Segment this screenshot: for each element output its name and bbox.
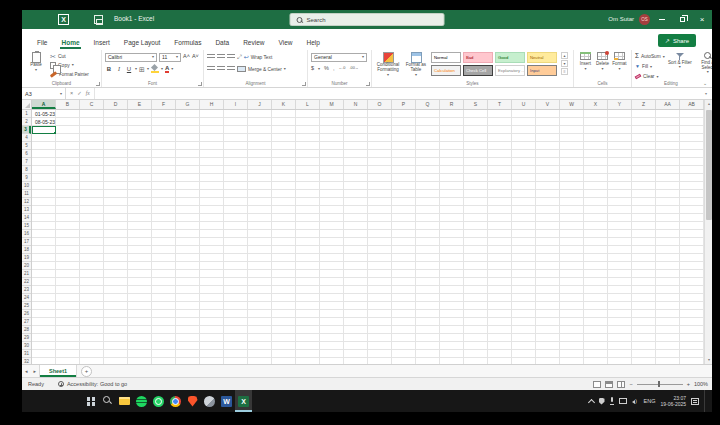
scroll-up-icon[interactable]: ▴	[705, 100, 712, 108]
row-header-13[interactable]: 13	[22, 206, 31, 214]
row-header-26[interactable]: 26	[22, 310, 31, 318]
tab-review[interactable]: Review	[236, 36, 271, 50]
column-header-L[interactable]: L	[296, 100, 320, 109]
page-layout-view-icon[interactable]	[605, 381, 613, 388]
column-header-R[interactable]: R	[440, 100, 464, 109]
tab-page-layout[interactable]: Page Layout	[117, 36, 168, 50]
insert-cells-button[interactable]: Insert ▾	[577, 52, 594, 71]
insert-function-icon[interactable]: fx	[86, 91, 90, 97]
zoom-level[interactable]: 100%	[694, 381, 708, 387]
row-header-12[interactable]: 12	[22, 198, 31, 206]
cell-style-calculation[interactable]: Calculation	[431, 65, 461, 76]
clock[interactable]: 23:07 19-06-2025	[660, 395, 686, 407]
gallery-more-icon[interactable]: ≡	[561, 68, 568, 75]
tab-help[interactable]: Help	[299, 36, 326, 50]
show-desktop-button[interactable]	[704, 390, 706, 412]
row-header-18[interactable]: 18	[22, 246, 31, 254]
zoom-out-icon[interactable]: −	[629, 381, 632, 387]
row-header-1[interactable]: 1	[22, 110, 31, 118]
column-header-D[interactable]: D	[104, 100, 128, 109]
scroll-down-icon[interactable]: ▾	[705, 356, 712, 364]
user-name[interactable]: Om Sutar	[608, 16, 634, 22]
decrease-decimal-icon[interactable]: .00→	[349, 67, 358, 71]
find-select-button[interactable]: Find & Select ▾	[695, 52, 712, 81]
fill-button[interactable]: ▼ Fill ▾	[635, 62, 665, 71]
grow-font-icon[interactable]: A˄	[183, 54, 190, 60]
column-header-M[interactable]: M	[320, 100, 344, 109]
vertical-scrollbar[interactable]: ▴ ▾	[704, 100, 712, 364]
volume-tray-icon[interactable]	[632, 398, 639, 405]
cancel-entry-icon[interactable]: ×	[70, 91, 73, 97]
row-header-6[interactable]: 6	[22, 150, 31, 158]
fill-color-icon[interactable]	[151, 65, 159, 73]
row-header-4[interactable]: 4	[22, 134, 31, 142]
wrap-text-icon[interactable]: ↩	[244, 54, 249, 60]
language-indicator[interactable]: ENG	[644, 398, 656, 404]
cell-style-explanatory-[interactable]: Explanatory ...	[495, 65, 525, 76]
restore-button[interactable]	[672, 10, 692, 29]
align-right-icon[interactable]	[227, 66, 235, 72]
paste-button[interactable]: Paste ▾	[25, 52, 47, 78]
conditional-formatting-button[interactable]: Conditional Formatting ▾	[375, 52, 401, 77]
tab-insert[interactable]: Insert	[87, 36, 117, 50]
row-header-16[interactable]: 16	[22, 230, 31, 238]
add-sheet-button[interactable]: +	[81, 366, 92, 377]
sheet-tab-sheet1[interactable]: Sheet1	[39, 365, 77, 377]
align-top-icon[interactable]	[207, 54, 215, 60]
cut-button[interactable]: ✂ Cut	[50, 52, 89, 60]
row-header-22[interactable]: 22	[22, 278, 31, 286]
minimize-button[interactable]	[652, 10, 672, 29]
row-header-21[interactable]: 21	[22, 270, 31, 278]
zoom-slider[interactable]	[637, 384, 683, 385]
security-tray-icon[interactable]	[599, 398, 605, 405]
number-format-select[interactable]: General ▾	[311, 53, 367, 62]
font-family-select[interactable]: Calibri ▾	[105, 53, 157, 62]
comma-style-icon[interactable]: ,	[333, 66, 335, 72]
spotify-icon[interactable]	[133, 390, 150, 412]
row-header-17[interactable]: 17	[22, 238, 31, 246]
column-header-N[interactable]: N	[344, 100, 368, 109]
font-size-select[interactable]: 11 ▾	[159, 53, 181, 62]
column-header-E[interactable]: E	[128, 100, 152, 109]
row-header-25[interactable]: 25	[22, 302, 31, 310]
column-header-Z[interactable]: Z	[632, 100, 656, 109]
cell-style-neutral[interactable]: Neutral	[527, 52, 557, 63]
row-header-24[interactable]: 24	[22, 294, 31, 302]
align-middle-icon[interactable]	[217, 54, 225, 60]
align-center-icon[interactable]	[217, 66, 225, 72]
zoom-slider-thumb[interactable]	[658, 381, 661, 387]
row-header-27[interactable]: 27	[22, 318, 31, 326]
cell-style-check-cell[interactable]: Check Cell	[463, 65, 493, 76]
whatsapp-icon[interactable]	[150, 390, 167, 412]
column-header-V[interactable]: V	[536, 100, 560, 109]
search-box[interactable]: Search	[290, 13, 445, 26]
font-color-dropdown-icon[interactable]: ▾	[171, 67, 173, 71]
clear-button[interactable]: Clear ▾	[635, 72, 665, 81]
format-cells-button[interactable]: Format ▾	[611, 52, 628, 71]
column-header-Q[interactable]: Q	[416, 100, 440, 109]
page-break-view-icon[interactable]	[617, 381, 625, 388]
orientation-icon[interactable]: ⤢	[237, 54, 242, 60]
align-bottom-icon[interactable]	[227, 54, 235, 60]
autosum-button[interactable]: Σ AutoSum ▾	[635, 52, 665, 61]
accounting-format-icon[interactable]: $	[311, 66, 314, 72]
percent-style-icon[interactable]: %	[324, 66, 329, 72]
column-header-T[interactable]: T	[488, 100, 512, 109]
start-icon[interactable]	[82, 390, 99, 412]
active-cell-selection[interactable]	[32, 126, 56, 134]
name-box[interactable]: A3 ▾	[22, 88, 66, 99]
vertical-scroll-thumb[interactable]	[706, 110, 712, 220]
tab-data[interactable]: Data	[208, 36, 236, 50]
row-header-29[interactable]: 29	[22, 334, 31, 342]
save-icon[interactable]	[94, 15, 103, 24]
tab-formulas[interactable]: Formulas	[167, 36, 208, 50]
word-icon[interactable]	[218, 390, 235, 412]
row-header-30[interactable]: 30	[22, 342, 31, 350]
row-header-20[interactable]: 20	[22, 262, 31, 270]
column-header-X[interactable]: X	[584, 100, 608, 109]
excel-icon[interactable]	[235, 390, 252, 412]
row-header-19[interactable]: 19	[22, 254, 31, 262]
collapse-ribbon-icon[interactable]: ⌄	[702, 80, 708, 86]
column-header-J[interactable]: J	[248, 100, 272, 109]
row-header-9[interactable]: 9	[22, 174, 31, 182]
